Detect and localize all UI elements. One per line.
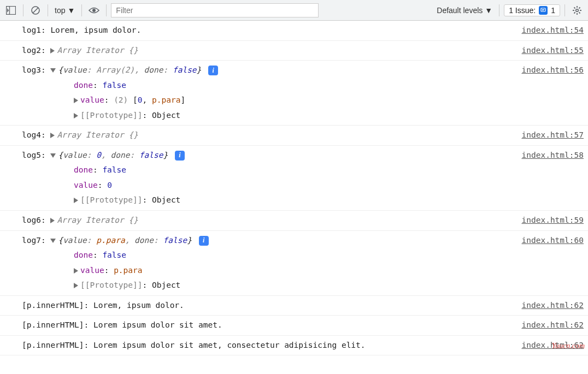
console-toolbar: top ▼ Default levels ▼ 1 Issue: 1	[0, 0, 588, 21]
log-row: log4: Array Iterator {} index.html:57	[0, 126, 588, 146]
issue-count: 1	[551, 6, 555, 15]
issues-button[interactable]: 1 Issue: 1	[504, 4, 560, 16]
expand-icon[interactable]	[74, 98, 78, 103]
log-row: log5: {value: 0, done: false} idone: fal…	[0, 146, 588, 211]
context-label: top	[55, 6, 65, 15]
object-property[interactable]: [[Prototype]]: Object	[22, 193, 516, 208]
clear-console-button[interactable]	[28, 3, 43, 18]
log-label: log7:	[22, 236, 50, 245]
source-link[interactable]: index.html:57	[516, 128, 584, 143]
log-body: log5: {value: 0, done: false} idone: fal…	[22, 148, 516, 208]
log-label: log3:	[22, 66, 50, 74]
expand-icon[interactable]	[74, 198, 78, 203]
object-property[interactable]: [[Prototype]]: Object	[22, 278, 516, 293]
separator	[48, 4, 48, 16]
svg-point-4	[92, 9, 96, 12]
settings-button[interactable]	[569, 3, 585, 18]
log-row: [p.innerHTML]: Lorem, ipsum dolor. index…	[0, 296, 588, 316]
gear-icon	[572, 5, 582, 15]
log-label: log4:	[22, 130, 50, 139]
object-property[interactable]: value: 0	[22, 178, 516, 193]
object-property[interactable]: done: false	[22, 248, 516, 263]
source-link[interactable]: index.html:62	[516, 318, 584, 333]
info-icon[interactable]: i	[175, 151, 185, 161]
log-label: [p.innerHTML]:	[22, 341, 93, 349]
log-body: [p.innerHTML]: Lorem ipsum dolor sit ame…	[22, 338, 516, 353]
log-body: [p.innerHTML]: Lorem ipsum dolor sit ame…	[22, 318, 516, 333]
log-levels-selector[interactable]: Default levels ▼	[434, 6, 495, 15]
source-link[interactable]: index.html:62	[516, 338, 584, 353]
collapse-icon[interactable]	[50, 68, 56, 73]
info-icon[interactable]: i	[199, 236, 209, 246]
log-row: log2: Array Iterator {} index.html:55	[0, 41, 588, 61]
issue-icon	[539, 6, 548, 15]
expand-icon[interactable]	[50, 218, 55, 223]
log-row: log7: {value: p.para, done: false} idone…	[0, 231, 588, 296]
object-property[interactable]: [[Prototype]]: Object	[22, 108, 516, 123]
svg-line-15	[574, 12, 575, 13]
collapse-icon[interactable]	[50, 239, 56, 243]
log-label: log1:	[22, 26, 50, 34]
log-text: Lorem ipsum dolor sit amet, consectetur …	[93, 341, 366, 349]
log-body: [p.innerHTML]: Lorem, ipsum dolor.	[22, 298, 516, 313]
clear-icon	[31, 5, 40, 15]
log-row: [p.innerHTML]: Lorem ipsum dolor sit ame…	[0, 336, 588, 356]
log-body: log7: {value: p.para, done: false} idone…	[22, 233, 516, 293]
object-property[interactable]: value: (2) [0, p.para]	[22, 93, 516, 108]
source-link[interactable]: index.html:62	[516, 298, 584, 313]
log-label: [p.innerHTML]:	[22, 320, 93, 329]
toggle-sidebar-button[interactable]	[3, 3, 19, 18]
source-link[interactable]: index.html:54	[516, 23, 584, 38]
log-body: log2: Array Iterator {}	[22, 43, 516, 58]
source-link[interactable]: index.html:56	[516, 63, 584, 78]
log-body: log3: {value: Array(2), done: false} ido…	[22, 63, 516, 123]
issue-label: 1 Issue:	[509, 6, 536, 15]
log-label: log2:	[22, 46, 50, 55]
expand-icon[interactable]	[74, 113, 78, 118]
live-expression-button[interactable]	[86, 3, 102, 18]
iterator-summary[interactable]: Array Iterator {}	[57, 130, 138, 139]
expand-icon[interactable]	[74, 283, 78, 288]
context-selector[interactable]: top ▼	[52, 6, 77, 15]
object-property[interactable]: done: false	[22, 163, 516, 178]
log-body: log6: Array Iterator {}	[22, 213, 516, 228]
separator	[23, 4, 23, 16]
collapse-icon[interactable]	[50, 153, 56, 158]
eye-icon	[89, 7, 99, 14]
svg-line-16	[579, 7, 580, 8]
log-label: log6:	[22, 216, 50, 224]
log-text: Lorem ipsum dolor sit amet.	[93, 320, 222, 329]
log-body: log1: Lorem, ipsum dolor.	[22, 23, 516, 38]
log-label: log5:	[22, 151, 50, 159]
separator	[565, 4, 565, 16]
log-row: [p.innerHTML]: Lorem ipsum dolor sit ame…	[0, 316, 588, 336]
filter-input[interactable]	[111, 3, 319, 17]
console-log-list: log1: Lorem, ipsum dolor. index.html:54 …	[0, 21, 588, 355]
log-row: log1: Lorem, ipsum dolor. index.html:54	[0, 21, 588, 41]
object-property[interactable]: done: false	[22, 78, 516, 93]
expand-icon[interactable]	[50, 48, 55, 54]
log-row: log3: {value: Array(2), done: false} ido…	[0, 61, 588, 126]
expand-icon[interactable]	[50, 133, 55, 138]
iterator-summary[interactable]: Array Iterator {}	[57, 46, 138, 55]
expand-icon[interactable]	[74, 268, 78, 274]
source-link[interactable]: index.html:59	[516, 213, 584, 228]
svg-point-8	[576, 9, 579, 11]
panel-icon	[6, 6, 16, 15]
chevron-down-icon: ▼	[67, 6, 75, 15]
separator	[81, 4, 82, 16]
log-row: log6: Array Iterator {} index.html:59	[0, 211, 588, 231]
svg-line-3	[33, 8, 38, 13]
source-link[interactable]: index.html:58	[516, 148, 584, 163]
log-text: Lorem, ipsum dolor.	[93, 301, 184, 310]
source-link[interactable]: index.html:60	[516, 233, 584, 248]
separator	[499, 4, 499, 16]
svg-line-14	[579, 12, 580, 13]
log-label: [p.innerHTML]:	[22, 301, 93, 310]
source-link[interactable]: index.html:55	[516, 43, 584, 58]
levels-label: Default levels	[437, 6, 483, 15]
object-property[interactable]: value: p.para	[22, 263, 516, 278]
chevron-down-icon: ▼	[485, 6, 492, 15]
iterator-summary[interactable]: Array Iterator {}	[57, 216, 138, 224]
info-icon[interactable]: i	[208, 66, 218, 75]
